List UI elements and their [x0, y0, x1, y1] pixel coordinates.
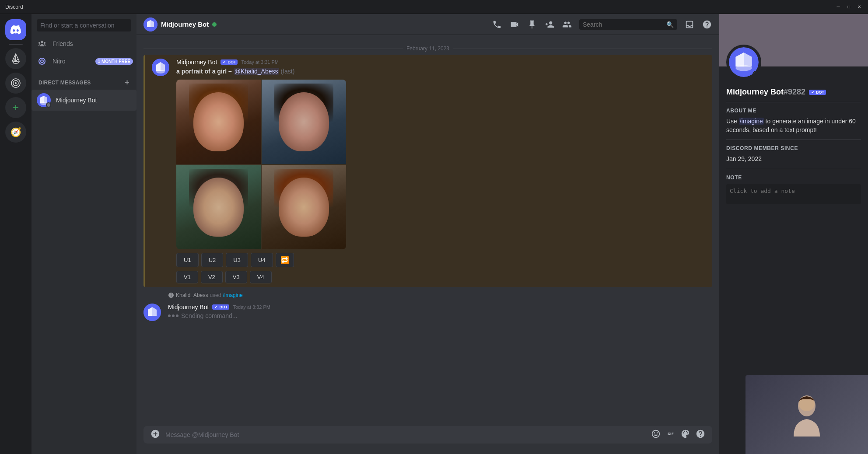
user-mention[interactable]: @Khalid_Abess — [234, 68, 279, 75]
dot-1 — [168, 314, 171, 317]
refresh-button[interactable]: 🔁 — [276, 253, 294, 267]
portrait-image-3 — [176, 165, 261, 249]
profile-badge-check: ✓ — [811, 90, 815, 94]
v2-button[interactable]: V2 — [201, 271, 223, 283]
video-person-display — [746, 375, 868, 454]
profile-bot-name: Midjourney Bot#9282 — [726, 87, 805, 97]
portrait-image-1 — [176, 80, 261, 164]
v3-button[interactable]: V3 — [225, 271, 247, 283]
channel-name: Midjourney Bot — [144, 17, 217, 31]
sending-text: Sending command... — [181, 312, 237, 319]
nitro-nav-item[interactable]: Nitro 1 MONTH FREE — [32, 52, 136, 70]
message-group-2: Midjourney Bot ✓ BOT Today at 3:32 PM — [136, 302, 719, 323]
v1-button[interactable]: V1 — [176, 271, 198, 283]
header-actions: 🔍 — [492, 19, 712, 30]
profile-divider-1 — [726, 102, 861, 102]
person-silhouette — [789, 393, 824, 437]
server-divider — [9, 44, 23, 45]
v4-button[interactable]: V4 — [250, 271, 272, 283]
discord-home-icon[interactable] — [5, 19, 26, 40]
app-title: Discord — [5, 4, 23, 10]
profile-bot-badge: ✓ BOT — [809, 90, 826, 95]
add-dm-button[interactable]: + — [125, 77, 133, 88]
minimize-button[interactable]: ─ — [835, 3, 842, 10]
member-list-icon[interactable] — [562, 19, 572, 30]
message-author-2: Midjourney Bot — [168, 304, 209, 311]
message-content-1: Midjourney Bot ✓ BOT Today at 3:31 PM a … — [176, 59, 705, 283]
message-input-area — [136, 426, 719, 454]
channel-avatar — [144, 17, 158, 31]
u1-button[interactable]: U1 — [176, 253, 199, 267]
message-input-box — [144, 426, 712, 444]
search-input[interactable] — [583, 21, 663, 28]
message-content-2: Midjourney Bot ✓ BOT Today at 3:32 PM — [168, 304, 712, 321]
add-attachment-icon[interactable] — [150, 429, 160, 441]
note-title: NOTE — [726, 175, 861, 181]
user-status-indicator — [46, 102, 51, 108]
help-icon[interactable] — [702, 19, 712, 30]
about-me-section: ABOUT ME Use /imagine to generate an ima… — [726, 108, 861, 134]
gif-icon[interactable] — [666, 429, 676, 441]
server-icon-ai[interactable] — [5, 73, 26, 94]
add-server-icon[interactable]: + — [5, 97, 26, 118]
note-input[interactable] — [726, 184, 861, 204]
message-author-1: Midjourney Bot — [176, 59, 217, 66]
bot-message-avatar-1 — [152, 59, 169, 76]
maximize-button[interactable]: □ — [845, 3, 852, 10]
face-layer-1 — [193, 92, 244, 151]
u3-button[interactable]: U3 — [226, 253, 248, 267]
phone-icon[interactable] — [492, 19, 502, 30]
date-label: February 11, 2023 — [406, 45, 449, 52]
divider-line-left — [144, 49, 403, 49]
message-tag: (fast) — [280, 68, 294, 75]
server-icon-sailboat[interactable] — [5, 48, 26, 69]
sticker-icon[interactable] — [681, 429, 690, 441]
friends-nav-item[interactable]: Friends — [32, 35, 136, 52]
message-bold-text: a portrait of a girl – — [176, 68, 232, 75]
face-layer-3 — [193, 178, 244, 237]
find-conversation-input[interactable] — [37, 19, 131, 31]
message-text-input[interactable] — [165, 426, 646, 444]
svg-point-4 — [15, 82, 17, 84]
dm-item-midjourney-bot[interactable]: Midjourney Bot — [32, 90, 136, 111]
message-text-1: a portrait of a girl – @Khalid_Abess (fa… — [176, 67, 705, 76]
ai-image-grid — [176, 80, 346, 249]
add-friend-icon[interactable] — [544, 19, 555, 30]
profile-header-bg — [719, 14, 868, 66]
note-section: NOTE — [726, 175, 861, 206]
about-me-text: Use /imagine to generate an image in und… — [726, 117, 861, 134]
sending-message: Sending command... — [168, 312, 712, 319]
bot-channel-name: Midjourney Bot — [161, 21, 209, 28]
title-bar: Discord ─ □ ✕ — [0, 0, 868, 14]
svg-point-9 — [156, 70, 165, 73]
portrait-image-4 — [262, 165, 346, 249]
nitro-icon — [37, 56, 47, 66]
pin-icon[interactable] — [527, 19, 537, 30]
used-command-notice: Khalid_Abess used /imagine — [136, 290, 719, 298]
main-chat-area: Midjourney Bot — [136, 14, 719, 454]
message-header-1: Midjourney Bot ✓ BOT Today at 3:31 PM — [176, 59, 705, 66]
channel-status-dot — [212, 22, 217, 27]
bot-badge-2: ✓ BOT — [212, 304, 229, 310]
u2-button[interactable]: U2 — [201, 253, 224, 267]
u4-button[interactable]: U4 — [251, 253, 273, 267]
imagine-command: /imagine — [739, 118, 764, 125]
messages-area: February 11, 2023 Midjourney Bot — [136, 35, 719, 426]
command-used-text: used — [210, 292, 221, 298]
profile-divider-3 — [726, 169, 861, 169]
profile-body: Midjourney Bot#9282 ✓ BOT ABOUT ME Use /… — [719, 66, 868, 213]
channel-search-box[interactable]: 🔍 — [579, 19, 677, 30]
command-icon — [168, 292, 174, 298]
svg-point-12 — [735, 65, 752, 71]
help-input-icon[interactable] — [696, 429, 705, 441]
dm-sidebar: Friends Nitro 1 MONTH FREE DIRECT MESSAG… — [32, 14, 136, 454]
search-box — [32, 14, 136, 35]
video-thumbnail — [746, 375, 868, 454]
inbox-icon[interactable] — [684, 19, 695, 30]
close-button[interactable]: ✕ — [856, 3, 863, 10]
member-since-section: DISCORD MEMBER SINCE Jan 29, 2022 — [726, 145, 861, 164]
video-icon[interactable] — [509, 19, 520, 30]
member-since-title: DISCORD MEMBER SINCE — [726, 145, 861, 151]
explore-servers-icon[interactable]: 🧭 — [5, 122, 26, 143]
emoji-picker-icon[interactable] — [651, 429, 661, 441]
